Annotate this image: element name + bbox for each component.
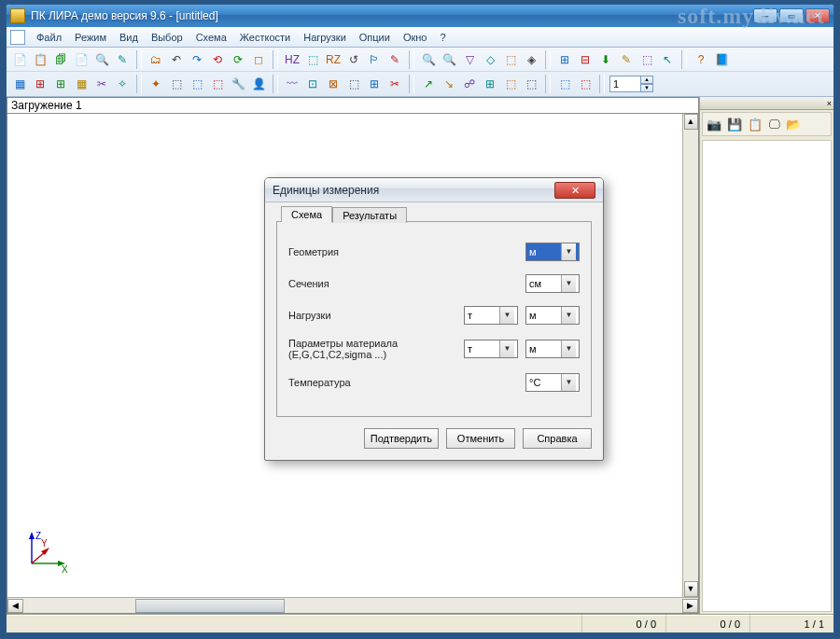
- menu-view[interactable]: Вид: [114, 30, 144, 45]
- toolbar-button[interactable]: ◻: [249, 50, 268, 69]
- close-button[interactable]: ✕: [805, 8, 830, 23]
- toolbar-button[interactable]: ?: [692, 50, 710, 69]
- toolbar-button[interactable]: 🔍: [92, 50, 111, 69]
- minimize-button[interactable]: ─: [753, 8, 777, 23]
- scroll-right-icon[interactable]: ▶: [682, 599, 698, 613]
- toolbar-button[interactable]: ✎: [385, 50, 404, 69]
- toolbar-button[interactable]: ⬚: [501, 50, 520, 69]
- toolbar-button[interactable]: 📘: [712, 50, 731, 69]
- spin-input[interactable]: ▲▼: [609, 76, 653, 92]
- toolbar-button[interactable]: 👤: [249, 75, 268, 93]
- toolbar-button[interactable]: ⊞: [51, 75, 70, 93]
- toolbar-button[interactable]: ⬇: [596, 50, 615, 69]
- toolbar-button[interactable]: ☍: [460, 75, 479, 93]
- toolbar-button[interactable]: ⊠: [324, 75, 343, 93]
- toolbar-button[interactable]: ⊞: [555, 50, 574, 69]
- toolbar-button[interactable]: ↖: [658, 50, 677, 69]
- toolbar-button[interactable]: 🏳: [365, 50, 384, 69]
- toolbar-button[interactable]: ✂: [92, 75, 111, 93]
- menu-select[interactable]: Выбор: [146, 30, 189, 45]
- toolbar-button[interactable]: ✧: [113, 75, 132, 93]
- side-tool-button[interactable]: 💾: [727, 118, 742, 132]
- toolbar-button[interactable]: 🔍: [419, 50, 438, 69]
- toolbar-button[interactable]: HZ: [283, 50, 301, 69]
- toolbar-button[interactable]: ⟲: [208, 50, 227, 69]
- toolbar-button[interactable]: ◇: [481, 50, 499, 69]
- toolbar-button[interactable]: ⬚: [208, 75, 227, 93]
- toolbar-button[interactable]: 📋: [31, 50, 49, 69]
- spin-field[interactable]: [609, 76, 641, 92]
- cancel-button[interactable]: Отменить: [446, 428, 515, 449]
- toolbar-button[interactable]: 〰: [283, 75, 301, 93]
- tab-scheme[interactable]: Схема: [281, 206, 332, 222]
- side-tool-button[interactable]: 🖵: [768, 118, 780, 132]
- spin-up-icon[interactable]: ▲: [640, 76, 653, 84]
- dropdown-loads-force[interactable]: т▼: [464, 306, 518, 325]
- dropdown-loads-length[interactable]: м▼: [525, 306, 580, 325]
- menu-window[interactable]: Окно: [398, 30, 433, 45]
- dropdown-temperature-unit[interactable]: °C▼: [525, 373, 580, 392]
- dropdown-material-length[interactable]: м▼: [525, 340, 580, 358]
- toolbar-button[interactable]: ⬚: [576, 75, 595, 93]
- menu-help[interactable]: ?: [434, 30, 451, 45]
- menu-stiff[interactable]: Жесткости: [234, 30, 296, 45]
- toolbar-button[interactable]: 🔍: [440, 50, 458, 69]
- toolbar-button[interactable]: ✦: [147, 75, 165, 93]
- toolbar-button[interactable]: ⟳: [229, 50, 247, 69]
- dialog-close-button[interactable]: ✕: [554, 182, 595, 199]
- toolbar-button[interactable]: 📄: [72, 50, 91, 69]
- toolbar-button[interactable]: 📄: [10, 50, 29, 69]
- dropdown-section-unit[interactable]: см▼: [525, 274, 580, 293]
- toolbar-button[interactable]: 🗂: [147, 50, 165, 69]
- toolbar-button[interactable]: ↘: [440, 75, 458, 93]
- toolbar-button[interactable]: RZ: [324, 50, 343, 69]
- side-tool-button[interactable]: 📷: [707, 118, 721, 132]
- toolbar-button[interactable]: ↷: [188, 50, 206, 69]
- toolbar-button[interactable]: ↺: [344, 50, 363, 69]
- toolbar-button[interactable]: ⬚: [522, 75, 540, 93]
- toolbar-button[interactable]: ⊡: [303, 75, 322, 93]
- side-tool-button[interactable]: 📂: [786, 118, 801, 132]
- maximize-button[interactable]: ▭: [779, 8, 804, 23]
- toolbar-button[interactable]: ▽: [460, 50, 479, 69]
- scroll-up-icon[interactable]: ▲: [684, 114, 698, 130]
- dropdown-material-force[interactable]: т▼: [464, 340, 518, 358]
- toolbar-button[interactable]: ⊞: [481, 75, 499, 93]
- toolbar-button[interactable]: 🔧: [229, 75, 247, 93]
- scroll-thumb[interactable]: [135, 599, 285, 613]
- menu-loads[interactable]: Нагрузки: [298, 30, 352, 45]
- toolbar-button[interactable]: ◈: [522, 50, 540, 69]
- menu-scheme[interactable]: Схема: [190, 30, 232, 45]
- scroll-down-icon[interactable]: ▼: [684, 581, 698, 597]
- toolbar-button[interactable]: 🗐: [51, 50, 70, 69]
- toolbar-button[interactable]: ▦: [72, 75, 91, 93]
- menu-file[interactable]: Файл: [31, 30, 67, 45]
- toolbar-button[interactable]: ⊟: [576, 50, 595, 69]
- vertical-scrollbar[interactable]: ▲ ▼: [682, 114, 698, 597]
- confirm-button[interactable]: Подтвердить: [364, 428, 439, 449]
- side-tool-button[interactable]: 📋: [748, 118, 763, 132]
- help-button[interactable]: Справка: [523, 428, 592, 449]
- toolbar-button[interactable]: ⬚: [303, 50, 322, 69]
- toolbar-button[interactable]: ↶: [167, 50, 186, 69]
- dropdown-geometry-unit[interactable]: м▼: [525, 243, 580, 261]
- toolbar-button[interactable]: ⬚: [167, 75, 186, 93]
- toolbar-button[interactable]: ⬚: [344, 75, 363, 93]
- toolbar-button[interactable]: ✎: [113, 50, 132, 69]
- toolbar-button[interactable]: ✎: [617, 50, 636, 69]
- toolbar-button[interactable]: ↗: [419, 75, 438, 93]
- toolbar-button[interactable]: ⬚: [501, 75, 520, 93]
- toolbar-button[interactable]: ⬚: [188, 75, 206, 93]
- scroll-left-icon[interactable]: ◀: [7, 599, 23, 613]
- tab-results[interactable]: Результаты: [332, 207, 407, 223]
- horizontal-scrollbar[interactable]: ◀ ▶: [7, 597, 698, 613]
- toolbar-button[interactable]: ⬚: [637, 50, 656, 69]
- menu-options[interactable]: Опции: [354, 30, 396, 45]
- spin-down-icon[interactable]: ▼: [640, 84, 653, 92]
- menu-mode[interactable]: Режим: [69, 30, 112, 45]
- toolbar-button[interactable]: ⊞: [31, 75, 49, 93]
- side-panel-close-icon[interactable]: ×: [827, 99, 832, 108]
- toolbar-button[interactable]: ✂: [385, 75, 404, 93]
- toolbar-button[interactable]: ▦: [10, 75, 29, 93]
- toolbar-button[interactable]: ⊞: [365, 75, 384, 93]
